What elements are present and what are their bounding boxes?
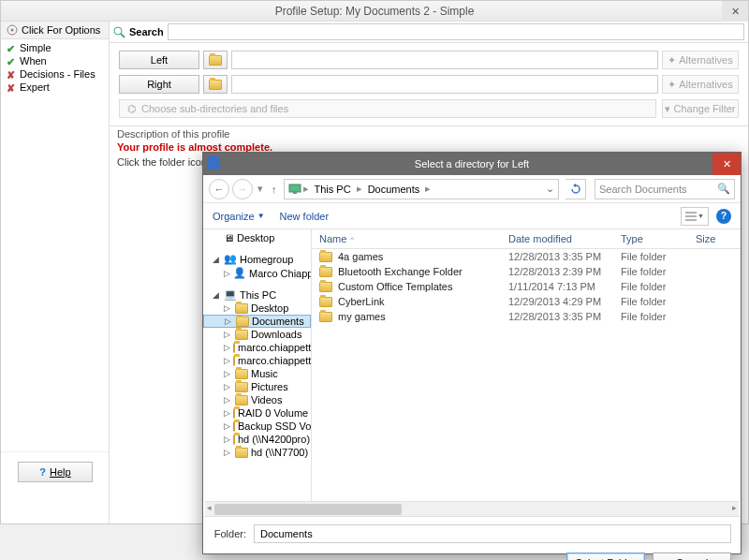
file-row[interactable]: CyberLink12/29/2013 4:29 PMFile folder (312, 294, 741, 309)
homegroup-icon: 👥 (224, 253, 237, 265)
file-row[interactable]: Custom Office Templates1/11/2014 7:13 PM… (312, 279, 741, 294)
refresh-button[interactable] (565, 179, 586, 199)
left-path-input[interactable] (231, 51, 658, 69)
folder-icon (319, 282, 332, 292)
file-date: 12/28/2013 3:35 PM (508, 251, 621, 262)
file-type: File folder (621, 251, 696, 262)
expand-icon[interactable]: ▷ (224, 330, 232, 339)
dialog-nav: ← → ▾ ↑ ▸ This PC ▸ Documents ▸ ⌄ Search… (203, 175, 741, 203)
file-row[interactable]: 4a games12/28/2013 3:35 PMFile folder (312, 249, 741, 264)
folder-icon (236, 317, 249, 327)
column-size[interactable]: Size (696, 233, 733, 244)
expand-icon[interactable]: ▷ (225, 317, 233, 326)
collapse-icon[interactable]: ◢ (213, 255, 221, 264)
file-row[interactable]: Bluetooth Exchange Folder12/28/2013 2:39… (312, 264, 741, 279)
breadcrumb[interactable]: ▸ This PC ▸ Documents ▸ ⌄ (284, 179, 560, 199)
scroll-left-icon[interactable]: ◂ (207, 503, 212, 512)
left-alternatives-button[interactable]: ✦Alternatives (662, 51, 739, 69)
tree-item[interactable]: ▷RAID 0 Volume (C (203, 406, 311, 420)
tree-item[interactable]: ▷Downloads (203, 328, 311, 341)
dialog-search-input[interactable]: Search Documents 🔍 (595, 179, 735, 199)
sidebar-item[interactable]: ✔Simple (5, 41, 105, 54)
sidebar-header[interactable]: Click For Options (1, 22, 109, 39)
tree-item[interactable]: ▷Backup SSD Volum (203, 420, 311, 433)
folder-icon (233, 343, 235, 353)
folder-tree[interactable]: 🖥Desktop◢👥Homegroup▷👤Marco Chiappetta◢💻T… (203, 229, 312, 501)
tree-item[interactable]: ▷Music (203, 367, 311, 380)
expand-icon[interactable]: ▷ (224, 395, 232, 405)
filter-icon: ▾ (665, 103, 670, 115)
column-type[interactable]: Type (621, 233, 696, 244)
file-date: 12/28/2013 3:35 PM (508, 311, 621, 322)
tree-item[interactable]: ▷hd (\\N7700) (203, 446, 311, 459)
tree-item[interactable]: 🖥Desktop (203, 231, 311, 244)
tree-item[interactable]: ▷👤Marco Chiappetta (203, 266, 311, 280)
tree-item[interactable]: ▷Videos (203, 393, 311, 406)
collapse-icon[interactable]: ◢ (213, 290, 221, 300)
check-icon: ✔ (7, 43, 16, 52)
sidebar-item[interactable]: ✔When (5, 54, 105, 67)
breadcrumb-segment[interactable]: This PC (311, 184, 355, 195)
expand-icon[interactable]: ▷ (224, 382, 232, 391)
expand-icon[interactable]: ▷ (224, 435, 230, 444)
right-button[interactable]: Right (119, 75, 199, 94)
expand-icon[interactable]: ▷ (224, 269, 230, 278)
sidebar-item-label: When (20, 55, 47, 66)
scrollbar-thumb[interactable] (214, 504, 402, 515)
expand-icon[interactable]: ▷ (224, 343, 230, 352)
search-label: Search (129, 26, 164, 37)
breadcrumb-dropdown-icon[interactable]: ⌄ (546, 183, 554, 195)
expand-icon[interactable]: ▷ (224, 448, 232, 457)
right-folder-button[interactable] (203, 75, 228, 94)
column-date[interactable]: Date modified (508, 233, 621, 244)
help-button[interactable]: ? Help (18, 462, 93, 482)
view-mode-button[interactable]: ▼ (681, 207, 709, 226)
cancel-button[interactable]: Cancel (653, 553, 731, 560)
tree-item[interactable]: ◢💻This PC (203, 287, 311, 302)
choose-subdirs-button[interactable]: ⌬ Choose sub-directories and files (119, 99, 656, 118)
scroll-right-icon[interactable]: ▸ (732, 503, 737, 512)
tree-item[interactable]: ▷marco.chiappetta (203, 354, 311, 367)
back-button[interactable]: ← (209, 179, 229, 199)
expand-icon[interactable]: ▷ (224, 421, 230, 431)
horizontal-scrollbar[interactable]: ◂ ▸ (205, 501, 739, 516)
column-name[interactable]: Name^ (319, 233, 508, 244)
expand-icon[interactable]: ▷ (224, 356, 230, 365)
folder-icon (209, 80, 222, 90)
organize-menu[interactable]: Organize ▼ (213, 211, 265, 222)
file-row[interactable]: my games12/28/2013 3:35 PMFile folder (312, 309, 741, 324)
sidebar-item[interactable]: ✘Decisions - Files (5, 67, 105, 81)
file-type: File folder (621, 296, 696, 307)
breadcrumb-segment[interactable]: Documents (364, 184, 424, 195)
select-folder-button[interactable]: Select Folder (566, 553, 645, 560)
help-icon: ? (39, 466, 46, 478)
change-filter-button[interactable]: ▾ Change Filter (662, 99, 739, 118)
tree-item[interactable]: ▷Desktop (203, 302, 311, 315)
x-icon: ✘ (7, 82, 16, 92)
up-button[interactable]: ↑ (268, 184, 281, 195)
sort-asc-icon: ^ (350, 235, 354, 243)
forward-button[interactable]: → (232, 179, 253, 199)
left-button[interactable]: Left (119, 51, 199, 69)
tree-item[interactable]: ▷marco.chiappetta (203, 341, 311, 354)
expand-icon[interactable]: ▷ (224, 303, 232, 313)
search-input[interactable] (168, 23, 744, 40)
dialog-close-button[interactable]: ✕ (712, 153, 741, 175)
tree-item[interactable]: ▷Pictures (203, 380, 311, 393)
file-name: CyberLink (338, 296, 385, 307)
sidebar-item[interactable]: ✘Expert (5, 81, 105, 94)
svg-rect-4 (289, 184, 301, 192)
new-folder-button[interactable]: New folder (280, 211, 330, 222)
left-folder-button[interactable] (203, 51, 228, 69)
tree-item[interactable]: ◢👥Homegroup (203, 252, 311, 266)
tree-item[interactable]: ▷hd (\\N4200pro) ( (203, 433, 311, 446)
main-close-button[interactable]: ✕ (722, 1, 748, 22)
right-alternatives-button[interactable]: ✦Alternatives (662, 75, 739, 94)
dropdown-history-icon[interactable]: ▾ (256, 183, 265, 195)
expand-icon[interactable]: ▷ (224, 408, 230, 418)
tree-item[interactable]: ▷Documents (203, 315, 311, 328)
folder-input[interactable] (254, 524, 731, 543)
right-path-input[interactable] (231, 75, 658, 94)
help-icon[interactable]: ? (716, 209, 731, 224)
expand-icon[interactable]: ▷ (224, 369, 232, 378)
